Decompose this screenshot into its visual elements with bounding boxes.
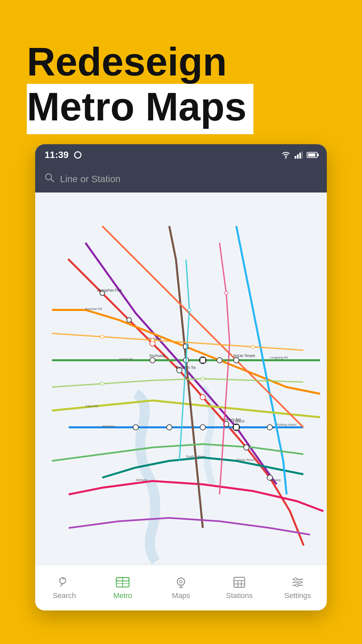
svg-point-57	[177, 578, 185, 585]
metro-nav-icon	[115, 576, 130, 589]
svg-point-58	[180, 580, 182, 583]
nav-label-settings: Settings	[284, 591, 311, 600]
svg-rect-61	[234, 577, 245, 587]
svg-text:Disney Resort: Disney Resort	[236, 458, 255, 462]
svg-text:Zhongshan Park: Zhongshan Park	[97, 288, 122, 292]
status-bar: 11:39	[35, 144, 327, 166]
hero-line23: Metro Maps	[27, 84, 253, 134]
nav-label-metro: Metro	[113, 591, 132, 600]
stations-nav-icon	[233, 576, 246, 589]
svg-text:Century Ave: Century Ave	[223, 418, 241, 421]
svg-point-71	[296, 584, 298, 587]
nav-item-search[interactable]: Search	[44, 576, 84, 600]
svg-text:Jing'an Temple: Jing'an Temple	[233, 354, 255, 358]
svg-point-22	[127, 318, 131, 322]
svg-line-6	[51, 179, 54, 182]
svg-rect-3	[299, 153, 301, 159]
svg-point-49	[101, 382, 104, 385]
svg-point-16	[167, 425, 172, 430]
svg-point-70	[298, 581, 301, 584]
hero-title: Redeseign Metro Maps	[27, 40, 335, 134]
svg-rect-2	[297, 154, 299, 159]
svg-rect-4	[302, 151, 303, 159]
svg-text:Baoshan Rd: Baoshan Rd	[85, 307, 102, 311]
maps-nav-icon	[175, 576, 187, 589]
nav-label-search: Search	[53, 591, 76, 600]
svg-point-18	[267, 425, 273, 430]
svg-text:Caoxi Rd: Caoxi Rd	[85, 405, 98, 408]
svg-point-50	[201, 377, 204, 380]
svg-point-13	[217, 358, 222, 363]
phone-mockup: 11:39	[35, 144, 327, 610]
nav-item-metro[interactable]: Metro	[103, 576, 143, 600]
svg-point-51	[188, 308, 191, 312]
signal-icon	[295, 151, 303, 159]
metro-map-svg: People's Sq Jing'an Temple Lujiazui Xinz…	[35, 193, 327, 578]
battery-icon	[307, 152, 317, 158]
svg-text:Longyang Rd: Longyang Rd	[270, 356, 288, 359]
svg-point-52	[225, 291, 228, 295]
svg-text:Lingang: Lingang	[270, 478, 281, 482]
hero-line3: Maps	[145, 85, 247, 129]
svg-point-17	[133, 425, 138, 430]
svg-point-24	[244, 445, 249, 450]
status-time: 11:39	[45, 150, 69, 160]
svg-point-46	[101, 335, 104, 338]
search-placeholder: Line or Station	[60, 174, 121, 184]
settings-nav-icon	[291, 576, 304, 589]
svg-point-11	[150, 358, 155, 363]
hero-section: Redeseign Metro Maps	[0, 0, 362, 154]
bottom-nav: Search Metro Maps	[35, 565, 327, 610]
svg-text:Pudong Airport: Pudong Airport	[277, 423, 297, 426]
status-left: 11:39	[45, 150, 81, 160]
svg-point-20	[200, 394, 205, 400]
svg-point-10	[234, 358, 239, 363]
nav-label-maps: Maps	[172, 591, 190, 600]
nav-item-stations[interactable]: Stations	[219, 576, 259, 600]
search-bar[interactable]: Line or Station	[35, 166, 327, 193]
nav-label-stations: Stations	[226, 591, 253, 600]
svg-point-48	[251, 345, 255, 348]
svg-point-69	[294, 578, 297, 581]
search-icon	[45, 173, 55, 185]
search-nav-icon	[58, 576, 71, 589]
nav-item-settings[interactable]: Settings	[278, 576, 318, 600]
metro-map-area[interactable]: People's Sq Jing'an Temple Lujiazui Xinz…	[35, 193, 327, 578]
svg-point-47	[151, 338, 154, 342]
status-icons	[281, 151, 317, 159]
svg-rect-1	[295, 156, 296, 159]
svg-text:Xinzhuang: Xinzhuang	[149, 354, 165, 358]
svg-point-15	[200, 425, 205, 430]
svg-text:Yishan Rd: Yishan Rd	[119, 358, 133, 361]
svg-point-0	[285, 157, 287, 159]
wifi-icon	[281, 151, 291, 159]
nav-item-maps[interactable]: Maps	[161, 576, 201, 600]
svg-rect-27	[234, 425, 239, 430]
svg-text:South Railway: South Railway	[186, 455, 205, 458]
hero-line2: Metro	[27, 85, 134, 129]
hero-line1: Redeseign	[27, 40, 227, 84]
notification-icon	[74, 151, 81, 159]
svg-text:Minhang: Minhang	[136, 478, 147, 482]
svg-rect-26	[200, 358, 205, 363]
svg-text:Hongqiao: Hongqiao	[102, 425, 115, 428]
